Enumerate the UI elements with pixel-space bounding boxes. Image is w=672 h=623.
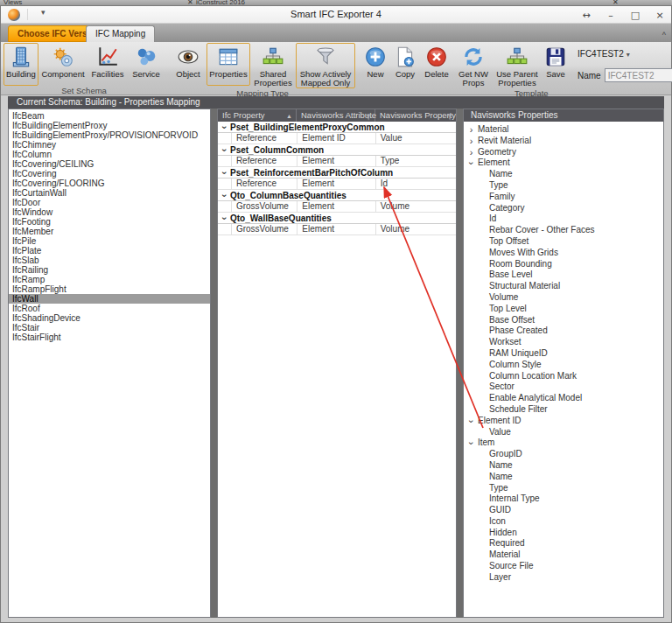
list-item-ifcrailing[interactable]: IfcRailing	[9, 265, 210, 275]
tree-leaf-schedule-filter[interactable]: Schedule Filter	[464, 404, 663, 416]
list-item-ifcslab[interactable]: IfcSlab	[9, 256, 210, 265]
table-cell[interactable]: Element	[298, 201, 375, 212]
ribbon-button-save[interactable]: Save	[541, 43, 570, 86]
list-item-ifccovering-ceiling[interactable]: IfcCovering/CEILING	[9, 159, 210, 169]
tree-leaf-sector[interactable]: Sector	[464, 382, 663, 393]
list-item-ifcpile[interactable]: IfcPile	[9, 236, 210, 246]
tree-leaf-family[interactable]: Family	[464, 192, 663, 203]
ribbon-button-facilities[interactable]: Facilities	[88, 43, 128, 86]
tree-leaf-column-style[interactable]: Column Style	[464, 360, 663, 371]
list-item-ifcfooting[interactable]: IfcFooting	[9, 217, 210, 227]
list-item-ifccovering[interactable]: IfcCovering	[9, 169, 210, 178]
table-group-row-qto-columnbasequantities[interactable]: ›Qto_ColumnBaseQuantities	[218, 190, 456, 201]
tree-leaf-name[interactable]: Name	[464, 169, 663, 180]
table-row[interactable]: ReferenceElement IDValue	[218, 133, 456, 144]
tree-leaf-type[interactable]: Type	[464, 483, 663, 494]
table-cell[interactable]: Reference	[232, 133, 298, 144]
column-header-ifc-property[interactable]: Ifc Property▲	[218, 109, 297, 122]
table-cell[interactable]: Element	[298, 224, 375, 234]
list-item-ifccovering-flooring[interactable]: IfcCovering/FLOORING	[9, 178, 210, 188]
ribbon-button-component[interactable]: Component	[38, 43, 88, 86]
tree-node-revit-material[interactable]: ›Revit Material	[464, 136, 663, 147]
quick-access-caret-icon[interactable]: ▾	[41, 8, 46, 17]
tree-node-material[interactable]: ›Material	[464, 124, 663, 136]
ribbon-button-properties[interactable]: Properties	[206, 43, 250, 86]
table-cell[interactable]: GrossVolume	[232, 224, 298, 234]
ribbon-button-building[interactable]: Building	[4, 43, 38, 86]
chevron-expanded-icon[interactable]: ›	[220, 214, 229, 222]
chevron-expanded-icon[interactable]: ›	[220, 123, 229, 131]
table-row[interactable]: GrossVolumeElementVolume	[218, 224, 456, 235]
table-cell[interactable]: Type	[376, 156, 456, 166]
tree-leaf-moves-with-grids[interactable]: Moves With Grids	[464, 248, 663, 259]
list-item-ifccurtainwall[interactable]: IfcCurtainWall	[9, 188, 210, 198]
tree-node-element[interactable]: ›Element	[464, 158, 663, 169]
chevron-expanded-icon[interactable]: ›	[466, 417, 476, 425]
table-cell[interactable]: Id	[376, 178, 456, 189]
list-item-ifcmember[interactable]: IfcMember	[9, 227, 210, 236]
tree-leaf-column-location-mark[interactable]: Column Location Mark	[464, 371, 663, 382]
column-header-navisworks-attribute[interactable]: Navisworks Attribute	[297, 109, 375, 122]
table-group-row-pset-columncommon[interactable]: ›Pset_ColumnCommon	[218, 144, 456, 156]
tree-leaf-icon[interactable]: Icon	[464, 516, 663, 528]
tree-leaf-layer[interactable]: Layer	[464, 572, 663, 584]
list-item-ifcstair[interactable]: IfcStair	[9, 323, 210, 332]
tree-leaf-top-offset[interactable]: Top Offset	[464, 236, 663, 248]
table-group-row-pset-reinforcementbarpitchofcolumn[interactable]: ›Pset_ReinforcementBarPitchOfColumn	[218, 167, 456, 178]
chevron-collapsed-icon[interactable]: ›	[467, 148, 475, 158]
tree-leaf-name[interactable]: Name	[464, 472, 663, 483]
list-item-ifccolumn[interactable]: IfcColumn	[9, 150, 210, 159]
chevron-expanded-icon[interactable]: ›	[466, 439, 476, 447]
list-item-ifcbuildingelementproxy-provisionforvoid[interactable]: IfcBuildingElementProxy/PROVISIONFORVOID	[9, 130, 210, 140]
table-group-row-pset-buildingelementproxycommon[interactable]: ›Pset_BuildingElementProxyCommon	[218, 122, 456, 133]
tree-node-geometry[interactable]: ›Geometry	[464, 147, 663, 158]
list-item-ifcwindow[interactable]: IfcWindow	[9, 207, 210, 217]
tree-leaf-type[interactable]: Type	[464, 180, 663, 192]
table-row[interactable]: ReferenceElementType	[218, 156, 456, 167]
tab-ifc-mapping[interactable]: IFC Mapping	[86, 25, 155, 42]
minimize-button[interactable]: –	[605, 10, 617, 21]
ribbon-button-service[interactable]: Service	[128, 43, 164, 86]
list-item-ifcroof[interactable]: IfcRoof	[9, 304, 210, 313]
chevron-expanded-icon[interactable]: ›	[220, 146, 229, 154]
tree-leaf-internal-type[interactable]: Internal Type	[464, 494, 663, 505]
template-select-dropdown[interactable]: IFC4TEST2▾	[578, 49, 672, 59]
ribbon-button-delete[interactable]: Delete	[420, 43, 453, 86]
ribbon-collapse-icon[interactable]: ^	[662, 31, 666, 39]
panel-splitter[interactable]	[457, 108, 463, 618]
tree-leaf-base-level[interactable]: Base Level	[464, 270, 663, 281]
table-cell[interactable]: Element	[298, 156, 375, 166]
table-cell[interactable]: Volume	[376, 201, 456, 212]
tree-leaf-id[interactable]: Id	[464, 214, 663, 225]
list-item-ifcchimney[interactable]: IfcChimney	[9, 140, 210, 150]
tree-leaf-required[interactable]: Required	[464, 538, 663, 550]
ribbon-button-new[interactable]: New	[360, 43, 390, 86]
tree-leaf-name[interactable]: Name	[464, 460, 663, 472]
tree-leaf-room-bounding[interactable]: Room Bounding	[464, 259, 663, 270]
list-item-ifcbuildingelementproxy[interactable]: IfcBuildingElementProxy	[9, 121, 210, 130]
chevron-expanded-icon[interactable]: ›	[220, 192, 229, 200]
maximize-button[interactable]: □	[629, 10, 641, 21]
resize-horizontal-button[interactable]: ↔	[580, 10, 592, 21]
list-item-ifcstairflight[interactable]: IfcStairFlight	[9, 332, 210, 342]
close-button[interactable]: ×	[654, 10, 666, 21]
table-row[interactable]: ReferenceElementId	[218, 178, 456, 190]
ribbon-button-copy[interactable]: Copy	[390, 43, 420, 86]
table-cell[interactable]: GrossVolume	[232, 201, 298, 212]
tree-leaf-hidden[interactable]: Hidden	[464, 528, 663, 539]
chevron-expanded-icon[interactable]: ›	[466, 159, 476, 167]
tree-node-item[interactable]: ›Item	[464, 438, 663, 449]
table-cell[interactable]: Value	[376, 133, 456, 144]
ribbon-button-object[interactable]: Object	[170, 43, 206, 86]
panel-splitter[interactable]	[211, 108, 217, 618]
chevron-expanded-icon[interactable]: ›	[220, 169, 229, 177]
tree-leaf-source-file[interactable]: Source File	[464, 561, 663, 572]
table-row[interactable]: GrossVolumeElementVolume	[218, 201, 456, 213]
table-cell[interactable]: Reference	[232, 178, 298, 189]
tree-leaf-workset[interactable]: Workset	[464, 337, 663, 348]
list-item-ifcplate[interactable]: IfcPlate	[9, 246, 210, 256]
tree-leaf-value[interactable]: Value	[464, 427, 663, 438]
tree-leaf-rebar-cover-other-faces[interactable]: Rebar Cover - Other Faces	[464, 225, 663, 236]
table-cell[interactable]: Element ID	[298, 133, 375, 144]
tree-leaf-ram-uniqueid[interactable]: RAM UniqueID	[464, 348, 663, 360]
